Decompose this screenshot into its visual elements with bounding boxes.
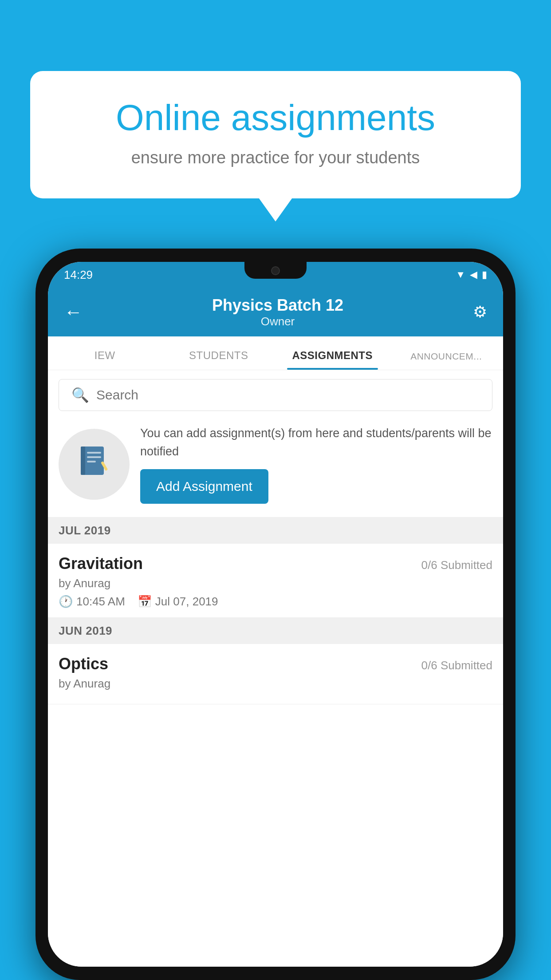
notebook-icon bbox=[76, 443, 112, 486]
assignment-row-title-optics: Optics 0/6 Submitted bbox=[59, 655, 492, 673]
header-title-group: Physics Batch 12 Owner bbox=[212, 296, 343, 328]
svg-rect-2 bbox=[87, 452, 101, 454]
assignment-name: Gravitation bbox=[59, 554, 143, 573]
svg-rect-4 bbox=[87, 461, 96, 462]
promo-content: You can add assignment(s) from here and … bbox=[140, 424, 492, 504]
assignment-time: 🕐 10:45 AM bbox=[59, 595, 125, 609]
phone-container: 14:29 ▼ ◀ ▮ ← Physics Batch 12 Owner ⚙ I… bbox=[35, 249, 516, 980]
add-assignment-button[interactable]: Add Assignment bbox=[140, 469, 268, 504]
phone-screen: 14:29 ▼ ◀ ▮ ← Physics Batch 12 Owner ⚙ I… bbox=[48, 262, 503, 967]
search-bar: 🔍 bbox=[59, 379, 492, 411]
settings-icon[interactable]: ⚙ bbox=[473, 303, 487, 321]
phone-notch bbox=[244, 262, 307, 279]
assignment-item-optics[interactable]: Optics 0/6 Submitted by Anurag bbox=[48, 644, 503, 704]
assignment-date: 📅 Jul 07, 2019 bbox=[138, 595, 218, 609]
assignment-date-value: Jul 07, 2019 bbox=[155, 595, 218, 609]
signal-icon: ◀ bbox=[470, 269, 477, 281]
assignment-item-gravitation[interactable]: Gravitation 0/6 Submitted by Anurag 🕐 10… bbox=[48, 544, 503, 618]
assignment-name-optics: Optics bbox=[59, 655, 108, 673]
tab-assignments[interactable]: ASSIGNMENTS bbox=[276, 349, 390, 370]
search-icon: 🔍 bbox=[71, 387, 89, 403]
svg-rect-3 bbox=[87, 456, 101, 458]
tab-bar: IEW STUDENTS ASSIGNMENTS ANNOUNCEM... bbox=[48, 336, 503, 370]
section-header-jun: JUN 2019 bbox=[48, 618, 503, 644]
promo-text: You can add assignment(s) from here and … bbox=[140, 424, 492, 460]
back-button[interactable]: ← bbox=[64, 301, 83, 323]
wifi-icon: ▼ bbox=[456, 269, 465, 281]
calendar-icon: 📅 bbox=[138, 595, 152, 609]
assignment-submitted: 0/6 Submitted bbox=[421, 558, 492, 572]
assignment-author-optics: by Anurag bbox=[59, 677, 492, 691]
assignment-meta: 🕐 10:45 AM 📅 Jul 07, 2019 bbox=[59, 595, 492, 609]
clock-icon: 🕐 bbox=[59, 595, 73, 609]
assignment-author: by Anurag bbox=[59, 577, 492, 590]
section-header-jul: JUL 2019 bbox=[48, 518, 503, 544]
status-icons: ▼ ◀ ▮ bbox=[456, 269, 487, 281]
status-time: 14:29 bbox=[64, 268, 93, 282]
app-header: ← Physics Batch 12 Owner ⚙ bbox=[48, 288, 503, 336]
header-subtitle: Owner bbox=[212, 315, 343, 328]
phone-frame: 14:29 ▼ ◀ ▮ ← Physics Batch 12 Owner ⚙ I… bbox=[35, 249, 516, 980]
assignment-row-title: Gravitation 0/6 Submitted bbox=[59, 554, 492, 573]
bubble-subtitle: ensure more practice for your students bbox=[61, 148, 490, 167]
header-title: Physics Batch 12 bbox=[212, 296, 343, 315]
tab-students[interactable]: STUDENTS bbox=[162, 349, 276, 370]
tab-iew[interactable]: IEW bbox=[48, 349, 162, 370]
speech-bubble: Online assignments ensure more practice … bbox=[30, 71, 521, 198]
promo-icon-circle bbox=[59, 429, 130, 500]
camera-notch bbox=[271, 266, 280, 275]
bubble-title: Online assignments bbox=[61, 98, 490, 138]
assignment-submitted-optics: 0/6 Submitted bbox=[421, 659, 492, 672]
content-area: 🔍 bbox=[48, 370, 503, 967]
svg-rect-1 bbox=[81, 447, 85, 475]
battery-icon: ▮ bbox=[482, 269, 487, 281]
search-input[interactable] bbox=[96, 387, 480, 403]
tab-announcements[interactable]: ANNOUNCEM... bbox=[390, 351, 504, 370]
promo-section: You can add assignment(s) from here and … bbox=[48, 411, 503, 518]
assignment-time-value: 10:45 AM bbox=[76, 595, 125, 609]
